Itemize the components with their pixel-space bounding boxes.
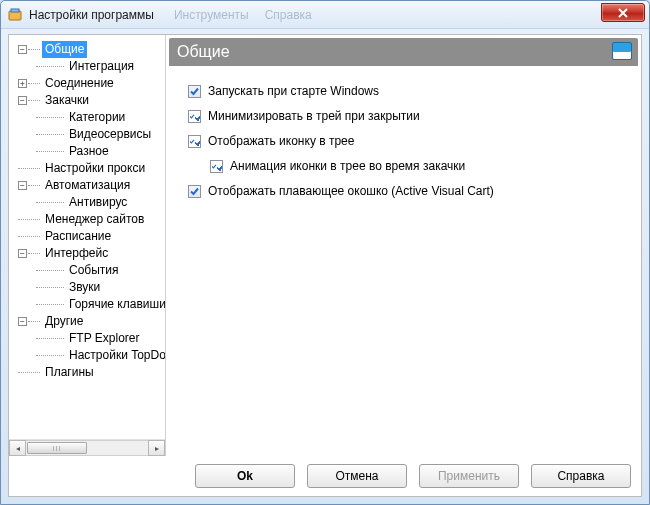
scroll-right-arrow[interactable]: ▸ <box>148 440 165 456</box>
help-button[interactable]: Справка <box>531 464 631 488</box>
tree-item-label: Автоматизация <box>42 177 133 194</box>
tree-item[interactable]: Разное <box>12 143 165 160</box>
tree-item-label: Плагины <box>42 364 97 381</box>
tree-connector <box>18 168 40 169</box>
tree-item-label: Антивирус <box>66 194 130 211</box>
ok-button[interactable]: Ok <box>195 464 295 488</box>
client-area: −ОбщиеИнтеграция+Соединение−ЗакачкиКатег… <box>8 34 642 497</box>
tree-connector <box>28 253 40 254</box>
content-panel: Общие Запускать при старте WindowsМиними… <box>166 35 641 456</box>
options-list: Запускать при старте WindowsМинимизирова… <box>166 66 641 198</box>
apply-button-label: Применить <box>438 469 500 483</box>
tree-connector <box>36 338 64 339</box>
checkbox[interactable] <box>188 135 201 148</box>
tree-collapse-icon[interactable]: − <box>18 96 27 105</box>
tree-item-label: Общие <box>42 41 87 58</box>
tree-collapse-icon[interactable]: − <box>18 181 27 190</box>
tree-item[interactable]: Настройки прокси <box>12 160 165 177</box>
tree-collapse-icon[interactable]: − <box>18 249 27 258</box>
nav-tree-panel: −ОбщиеИнтеграция+Соединение−ЗакачкиКатег… <box>9 35 166 456</box>
tree-connector <box>28 185 40 186</box>
tree-item-label: Другие <box>42 313 86 330</box>
tree-expand-icon[interactable]: + <box>18 79 27 88</box>
settings-window: Настройки программы Инструменты Справка … <box>0 0 650 505</box>
ghost-menu-item: Справка <box>265 8 312 22</box>
tree-connector <box>36 287 64 288</box>
tree-item-label: Закачки <box>42 92 92 109</box>
option-row: Минимизировать в трей при закрытии <box>188 109 623 123</box>
tree-connector <box>28 83 40 84</box>
option-row: Отображать плавающее окошко (Active Visu… <box>188 184 623 198</box>
scroll-thumb[interactable]: III <box>27 442 87 454</box>
tree-item-label: Интерфейс <box>42 245 111 262</box>
tree-item[interactable]: −Общие <box>12 41 165 58</box>
tree-hscrollbar[interactable]: ◂ III ▸ <box>9 439 165 456</box>
tree-item-label: События <box>66 262 122 279</box>
tree-connector <box>36 270 64 271</box>
tree-item[interactable]: Расписание <box>12 228 165 245</box>
cancel-button[interactable]: Отмена <box>307 464 407 488</box>
tree-item[interactable]: +Соединение <box>12 75 165 92</box>
tree-item[interactable]: Видеосервисы <box>12 126 165 143</box>
option-label[interactable]: Отображать плавающее окошко (Active Visu… <box>208 184 494 198</box>
option-label[interactable]: Анимация иконки в трее во время закачки <box>230 159 465 173</box>
tree-item[interactable]: −Другие <box>12 313 165 330</box>
ghost-menu-item: Инструменты <box>174 8 249 22</box>
tree-item-label: Расписание <box>42 228 114 245</box>
tree-item[interactable]: Менеджер сайтов <box>12 211 165 228</box>
tree-item-label: Категории <box>66 109 128 126</box>
checkbox[interactable] <box>188 185 201 198</box>
app-icon <box>7 7 23 23</box>
scroll-left-arrow[interactable]: ◂ <box>9 440 26 456</box>
tree-connector <box>36 355 64 356</box>
nav-tree[interactable]: −ОбщиеИнтеграция+Соединение−ЗакачкиКатег… <box>9 41 165 439</box>
tree-item[interactable]: Горячие клавиши <box>12 296 165 313</box>
tree-item-label: Видеосервисы <box>66 126 154 143</box>
tree-item[interactable]: −Закачки <box>12 92 165 109</box>
tree-collapse-icon[interactable]: − <box>18 45 27 54</box>
tree-connector <box>28 321 40 322</box>
tree-item[interactable]: Плагины <box>12 364 165 381</box>
tree-connector <box>36 202 64 203</box>
section-title: Общие <box>177 43 230 61</box>
tree-item-label: Разное <box>66 143 112 160</box>
tree-connector <box>18 219 40 220</box>
tree-item[interactable]: Звуки <box>12 279 165 296</box>
tree-item[interactable]: −Автоматизация <box>12 177 165 194</box>
close-button[interactable] <box>601 3 645 22</box>
window-title: Настройки программы <box>29 8 154 22</box>
tree-connector <box>36 304 64 305</box>
tree-item[interactable]: FTP Explorer <box>12 330 165 347</box>
tree-collapse-icon[interactable]: − <box>18 317 27 326</box>
option-label[interactable]: Отображать иконку в трее <box>208 134 354 148</box>
tree-item[interactable]: События <box>12 262 165 279</box>
titlebar[interactable]: Настройки программы Инструменты Справка <box>1 1 649 29</box>
checkbox[interactable] <box>188 110 201 123</box>
option-row: Запускать при старте Windows <box>188 84 623 98</box>
tree-item[interactable]: Антивирус <box>12 194 165 211</box>
tree-connector <box>36 151 64 152</box>
tree-item[interactable]: Настройки TopDownloads <box>12 347 165 364</box>
tree-connector <box>36 134 64 135</box>
tree-connector <box>28 49 40 50</box>
tree-connector <box>28 100 40 101</box>
option-label[interactable]: Минимизировать в трей при закрытии <box>208 109 420 123</box>
tree-connector <box>18 236 40 237</box>
tree-item-label: Горячие клавиши <box>66 296 165 313</box>
tree-item[interactable]: Категории <box>12 109 165 126</box>
scroll-track[interactable]: III <box>26 440 148 456</box>
ok-button-label: Ok <box>237 469 253 483</box>
button-bar: Ok Отмена Применить Справка <box>9 456 641 496</box>
tree-item-label: Интеграция <box>66 58 137 75</box>
tree-item[interactable]: −Интерфейс <box>12 245 165 262</box>
tree-item-label: Звуки <box>66 279 103 296</box>
apply-button[interactable]: Применить <box>419 464 519 488</box>
cancel-button-label: Отмена <box>335 469 378 483</box>
tree-item[interactable]: Интеграция <box>12 58 165 75</box>
checkbox[interactable] <box>188 85 201 98</box>
tree-item-label: Менеджер сайтов <box>42 211 147 228</box>
option-row: Отображать иконку в трее <box>188 134 623 148</box>
option-label[interactable]: Запускать при старте Windows <box>208 84 379 98</box>
checkbox[interactable] <box>210 160 223 173</box>
tree-item-label: Настройки TopDownloads <box>66 347 165 364</box>
